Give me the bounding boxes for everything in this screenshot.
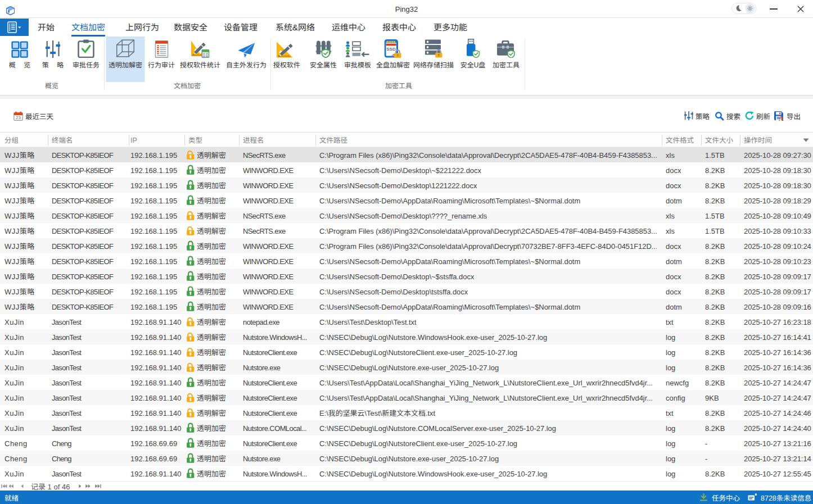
svg-text:A: A: [779, 115, 784, 121]
svg-text:SSD: SSD: [386, 47, 396, 52]
svg-text:23: 23: [16, 115, 21, 120]
